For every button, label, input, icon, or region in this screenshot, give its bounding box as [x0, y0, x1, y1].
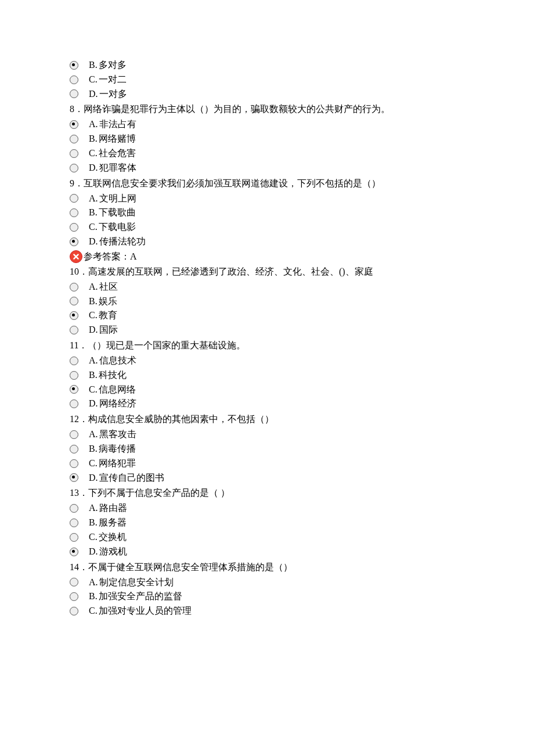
radio-button[interactable]	[70, 61, 78, 70]
question-number: 14．	[70, 562, 88, 572]
option-text: 信息网络	[99, 383, 136, 397]
option-row[interactable]: B. 网络赌博	[70, 132, 464, 146]
option-row[interactable]: C. 一对二	[70, 73, 464, 87]
option-row[interactable]: B. 服务器	[70, 516, 464, 530]
option-row[interactable]: B. 下载歌曲	[70, 206, 464, 220]
option-row[interactable]: D. 传播法轮功	[70, 235, 464, 249]
radio-button[interactable]	[70, 326, 78, 334]
radio-button[interactable]	[70, 311, 78, 320]
option-label: A.	[89, 117, 98, 132]
radio-button[interactable]	[70, 120, 78, 129]
radio-button[interactable]	[70, 194, 78, 203]
radio-button[interactable]	[70, 430, 78, 439]
option-text: 下载歌曲	[99, 206, 136, 220]
option-row[interactable]: A. 非法占有	[70, 117, 464, 132]
radio-button[interactable]	[70, 445, 78, 453]
radio-button[interactable]	[70, 135, 78, 143]
option-row[interactable]: A. 路由器	[70, 501, 464, 516]
radio-button[interactable]	[70, 357, 78, 365]
option-label: B.	[89, 294, 98, 309]
option-row[interactable]: D. 国际	[70, 323, 464, 337]
option-text: 娱乐	[99, 294, 117, 309]
radio-button[interactable]	[70, 385, 78, 394]
radio-button[interactable]	[70, 371, 78, 380]
option-row[interactable]: C. 加强对专业人员的管理	[70, 604, 464, 618]
option-label: C.	[89, 220, 98, 235]
option-row[interactable]: C. 交换机	[70, 530, 464, 545]
radio-button[interactable]	[70, 473, 78, 482]
radio-button[interactable]	[70, 533, 78, 542]
option-row[interactable]: D. 宣传自己的图书	[70, 471, 464, 485]
radio-button[interactable]	[70, 89, 78, 98]
wrong-icon	[70, 250, 82, 263]
option-label: B.	[89, 442, 98, 456]
question-text: 8．网络诈骗是犯罪行为主体以（）为目的，骗取数额较大的公共财产的行为。	[70, 102, 464, 116]
option-text: 文明上网	[99, 192, 136, 206]
option-row[interactable]: B. 加强安全产品的监督	[70, 589, 464, 604]
radio-button[interactable]	[70, 208, 78, 217]
option-row[interactable]: A. 黑客攻击	[70, 427, 464, 442]
option-row[interactable]: D. 网络经济	[70, 397, 464, 411]
radio-button[interactable]	[70, 504, 78, 513]
option-row[interactable]: A. 制定信息安全计划	[70, 575, 464, 590]
option-row[interactable]: A. 信息技术	[70, 354, 464, 368]
option-text: 社区	[99, 280, 118, 294]
radio-button[interactable]	[70, 548, 78, 556]
question-body: 互联网信息安全要求我们必须加强互联网道德建设，下列不包括的是（）	[84, 178, 381, 188]
option-label: B.	[89, 589, 98, 604]
radio-button[interactable]	[70, 592, 78, 601]
radio-button[interactable]	[70, 459, 78, 468]
radio-button[interactable]	[70, 223, 78, 232]
option-text: 服务器	[99, 516, 127, 530]
radio-button[interactable]	[70, 283, 78, 291]
option-row[interactable]: C. 网络犯罪	[70, 456, 464, 471]
option-text: 交换机	[99, 530, 127, 545]
option-text: 犯罪客体	[99, 161, 136, 175]
radio-button[interactable]	[70, 297, 78, 305]
option-row[interactable]: D. 游戏机	[70, 545, 464, 559]
question-text: 10．高速发展的互联网，已经渗透到了政治、经济、文化、社会、()、家庭	[70, 265, 464, 279]
option-row[interactable]: B. 病毒传播	[70, 442, 464, 456]
option-row[interactable]: C. 信息网络	[70, 383, 464, 397]
question-text: 9．互联网信息安全要求我们必须加强互联网道德建设，下列不包括的是（）	[70, 177, 464, 190]
radio-button[interactable]	[70, 399, 78, 408]
option-text: 加强对专业人员的管理	[99, 604, 192, 618]
option-label: A.	[89, 192, 98, 206]
option-label: A.	[89, 354, 98, 368]
question-body: 下列不属于信息安全产品的是（ ）	[88, 488, 230, 498]
option-text: 网络犯罪	[99, 456, 136, 471]
option-text: 病毒传播	[99, 442, 136, 456]
question-body: 构成信息安全威胁的其他因素中，不包括（）	[88, 414, 274, 424]
radio-button[interactable]	[70, 519, 78, 527]
option-text: 网络经济	[99, 397, 136, 411]
option-text: 黑客攻击	[99, 427, 136, 442]
radio-button[interactable]	[70, 164, 78, 172]
option-row[interactable]: B. 多对多	[70, 58, 464, 73]
radio-button[interactable]	[70, 607, 78, 615]
option-text: 网络赌博	[99, 132, 136, 146]
option-label: A.	[89, 427, 98, 442]
option-row[interactable]: D. 犯罪客体	[70, 161, 464, 175]
option-row[interactable]: A. 文明上网	[70, 192, 464, 206]
option-row[interactable]: C. 教育	[70, 308, 464, 323]
radio-button[interactable]	[70, 149, 78, 158]
question-body: （）现已是一个国家的重大基础设施。	[88, 340, 246, 350]
radio-button[interactable]	[70, 237, 78, 246]
radio-button[interactable]	[70, 578, 78, 586]
option-text: 国际	[99, 323, 118, 337]
question-number: 9．	[70, 178, 84, 188]
option-text: 多对多	[99, 58, 127, 73]
option-text: 一对多	[99, 87, 127, 102]
option-label: C.	[89, 308, 98, 323]
radio-button[interactable]	[70, 75, 78, 84]
option-row[interactable]: C. 社会危害	[70, 146, 464, 161]
option-row[interactable]: B. 科技化	[70, 368, 464, 383]
quiz-container: B. 多对多C. 一对二D. 一对多8．网络诈骗是犯罪行为主体以（）为目的，骗取…	[70, 58, 464, 618]
option-row[interactable]: C. 下载电影	[70, 220, 464, 235]
option-text: 游戏机	[99, 545, 127, 559]
option-row[interactable]: D. 一对多	[70, 87, 464, 102]
option-row[interactable]: A. 社区	[70, 280, 464, 294]
option-row[interactable]: B. 娱乐	[70, 294, 464, 309]
question-text: 14．不属于健全互联网信息安全管理体系措施的是（）	[70, 560, 464, 574]
option-label: D.	[89, 471, 98, 485]
